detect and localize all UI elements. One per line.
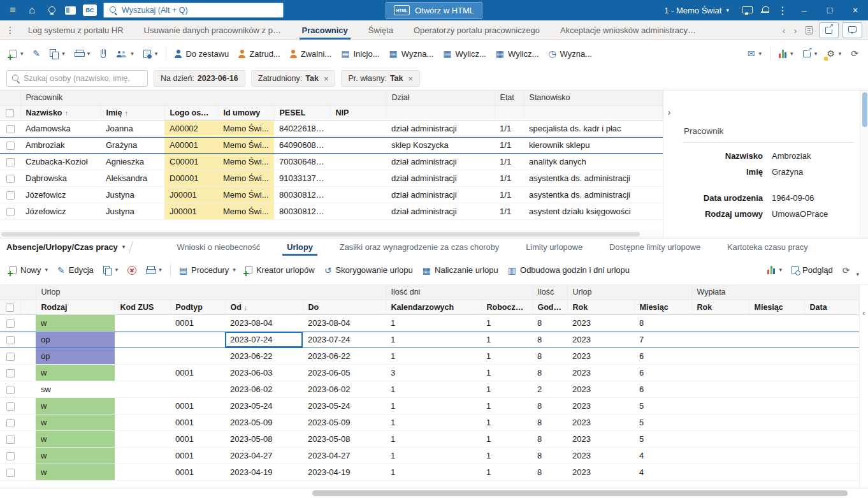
filter-chip[interactable]: Zatrudniony: Tak × [251,70,336,87]
cell-wyplata-rok[interactable] [691,314,749,331]
cell-data[interactable] [804,364,858,381]
column-header-id-umowy[interactable]: Id umowy [218,105,274,120]
cell-wyplata-miesiac[interactable] [749,348,804,364]
cell-roboczych[interactable]: 1 [481,331,532,348]
cell-wyplata-miesiac[interactable] [749,447,804,464]
cell-imie[interactable]: Justyna [101,203,164,219]
do-zestawu-button[interactable]: Do zestawu [170,44,233,63]
leave-row[interactable]: w 0001 2023-05-24 2023-05-24 1 1 8 2023 … [0,397,859,414]
cell-miesiac[interactable]: 8 [634,314,691,331]
part-tab[interactable]: Urlopy [273,238,326,256]
cell-pesel[interactable]: 6409060866 [274,136,330,153]
cell-od[interactable]: 2023-05-24 [225,397,303,414]
delete-button[interactable] [123,261,141,280]
cell-roboczych[interactable]: 1 [481,464,532,480]
podglad-button[interactable]: Podgląd [787,261,837,280]
list-search-input[interactable]: Szukaj osoby (nazwisko, imię, [6,70,148,87]
cell-godzin[interactable]: 8 [532,331,567,348]
notifications-bell-icon[interactable] [756,1,774,19]
cell-od[interactable]: 2023-06-03 [225,364,303,381]
cell-id-umowy[interactable]: Memo Świ... [218,120,274,136]
cell-kalendarzowych[interactable]: 1 [386,464,481,480]
cell-kalendarzowych[interactable]: 1 [386,348,481,364]
cell-rodzaj[interactable]: w [36,397,115,414]
wyliczanie-2-button[interactable]: ▦Wylicz... [491,44,544,63]
cell-do[interactable]: 2023-05-09 [303,414,386,430]
cell-od[interactable]: 2023-05-09 [225,414,303,430]
cell-od[interactable]: 2023-07-24 [225,331,303,348]
cell-id-umowy[interactable]: Memo Świ... [218,136,274,153]
leave-row[interactable]: w 0001 2023-05-08 2023-05-08 1 1 8 2023 … [0,430,859,447]
cell-rodzaj[interactable]: sw [36,381,115,397]
cell-logo-osoby[interactable]: J00001 [164,186,218,203]
cell-stanowisko[interactable]: specjalista ds. kadr i płac [524,120,662,136]
cell-podtyp[interactable]: 0001 [170,364,225,381]
cell-stanowisko[interactable]: asystent działu księgowości [524,203,662,219]
cell-stanowisko[interactable]: asystentka ds. administracji [524,170,662,186]
column-header-pesel[interactable]: PESEL [274,105,330,120]
part-tab[interactable]: Dostępne limity urlopowe [596,238,714,256]
part-tab[interactable]: Zasiłki oraz wynagrodzenie za czas choro… [326,238,512,256]
menu-icon[interactable]: ≡ [4,1,22,19]
row-checkbox[interactable] [6,125,15,133]
cell-etat[interactable]: 1/1 [495,170,524,186]
employee-row[interactable]: Czubacka-Kozioł Agnieszka C00001 Memo Św… [0,153,663,170]
cell-wyplata-miesiac[interactable] [749,331,804,348]
cell-etat[interactable]: 1/1 [495,153,524,170]
zwolnienie-button[interactable]: Zwalni... [286,44,336,63]
employee-row[interactable]: Dąbrowska Aleksandra D00001 Memo Świ... … [0,170,663,186]
scrollbar-thumb[interactable] [862,92,867,127]
cell-nazwisko[interactable]: Adamowska [20,120,101,136]
cell-podtyp[interactable] [170,381,225,397]
cell-logo-osoby[interactable]: C00001 [164,153,218,170]
cell-roboczych[interactable]: 1 [481,364,532,381]
cell-nip[interactable] [330,136,386,153]
refresh-button[interactable]: ⟳ [846,44,863,63]
cell-pesel[interactable]: 7003064854 [274,153,330,170]
cell-od[interactable]: 2023-05-08 [225,430,303,447]
card-settings-button[interactable]: ▾ [139,44,163,63]
cell-roboczych[interactable]: 1 [481,430,532,447]
close-button[interactable]: × [843,0,868,20]
cell-miesiac[interactable]: 5 [634,430,691,447]
cell-godzin[interactable]: 8 [532,314,567,331]
employee-row[interactable]: Ambroziak Grażyna A00001 Memo Świ... 640… [0,136,663,153]
leave-row[interactable]: op 2023-07-24 2023-07-24 1 1 8 2023 7 [0,331,859,348]
column-header-imie[interactable]: Imię↑ [101,105,164,120]
new-record-button[interactable]: ▾ [5,44,28,63]
cell-do[interactable]: 2023-05-24 [303,397,386,414]
column-header-data[interactable]: Data [804,300,858,314]
cell-wyplata-rok[interactable] [691,464,749,480]
cell-miesiac[interactable]: 6 [634,364,691,381]
cell-rok[interactable]: 2023 [567,397,634,414]
part-tab[interactable]: Kartoteka czasu pracy [714,238,821,256]
cell-logo-osoby[interactable]: A00001 [164,136,218,153]
column-header-logo-osoby[interactable]: Logo osoby [164,105,218,120]
cell-miesiac[interactable]: 4 [634,464,691,480]
cell-id-umowy[interactable]: Memo Świ... [218,186,274,203]
cell-rodzaj[interactable]: w [36,430,115,447]
cell-roboczych[interactable]: 1 [481,348,532,364]
column-header-nazwisko[interactable]: Nazwisko↑ [20,105,101,120]
cell-wyplata-rok[interactable] [691,364,749,381]
chevron-right-icon[interactable]: › [792,25,799,36]
collapse-part-icon[interactable]: ▾ [856,272,859,277]
send-email-button[interactable]: ✉▾ [743,44,766,63]
cell-podtyp[interactable]: 0001 [170,430,225,447]
cell-imie[interactable]: Agnieszka [101,153,164,170]
tab-overflow-icon[interactable]: ⋮ [3,20,18,40]
lightbulb-icon[interactable] [42,1,60,19]
cell-rok[interactable]: 2023 [567,364,634,381]
group-header-dzial[interactable]: Dział [386,91,495,105]
cell-roboczych[interactable]: 1 [481,414,532,430]
cell-kalendarzowych[interactable]: 1 [386,397,481,414]
cell-od[interactable]: 2023-06-02 [225,381,303,397]
cell-kalendarzowych[interactable]: 1 [386,447,481,464]
open-in-window-button[interactable]: ▾ [799,44,822,63]
cell-nazwisko[interactable]: Dąbrowska [20,170,101,186]
cell-roboczych[interactable]: 1 [481,314,532,331]
leave-row[interactable]: w 0001 2023-04-27 2023-04-27 1 1 8 2023 … [0,447,859,464]
cell-wyplata-rok[interactable] [691,414,749,430]
cell-podtyp[interactable]: 0001 [170,314,225,331]
column-header-kalendarzowych[interactable]: Kalendarzowych [386,300,481,314]
